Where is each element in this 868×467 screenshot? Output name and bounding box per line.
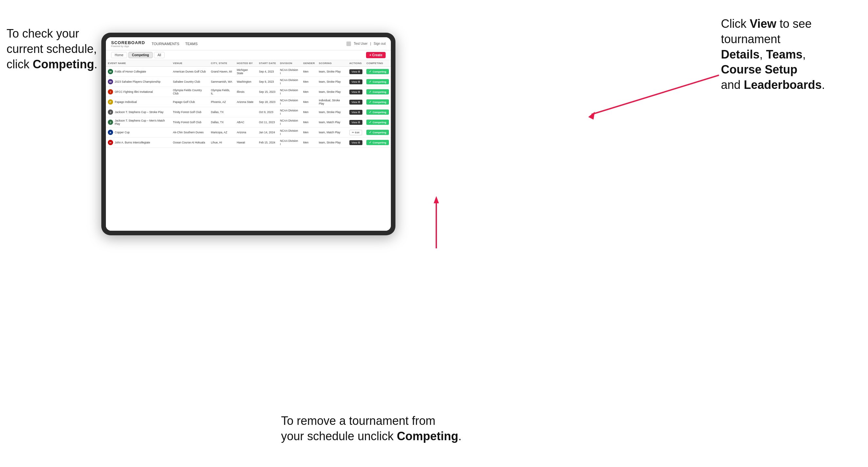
cell-division: NCAA Division I bbox=[278, 117, 301, 127]
cell-hosted: Illinois bbox=[235, 87, 257, 97]
cell-event-name: A Copper Cup bbox=[106, 127, 171, 137]
cell-action[interactable]: View ⚙ bbox=[347, 77, 364, 87]
cell-competing[interactable]: ✓ Competing bbox=[364, 67, 391, 77]
col-start: START DATE bbox=[257, 60, 278, 67]
team-logo: M bbox=[108, 69, 113, 74]
table-row: I OFCC Fighting Illini Invitational Olym… bbox=[106, 87, 391, 97]
cell-division: NCAA Division I bbox=[278, 67, 301, 77]
cell-hosted: Michigan State bbox=[235, 67, 257, 77]
competing-button[interactable]: ✓ Competing bbox=[366, 99, 389, 104]
cell-competing[interactable]: ✓ Competing bbox=[364, 77, 391, 87]
cell-venue: American Dunes Golf Club bbox=[171, 67, 209, 77]
cell-city: Lihue, HI bbox=[209, 137, 235, 148]
col-division: DIVISION bbox=[278, 60, 301, 67]
view-button[interactable]: View ⚙ bbox=[349, 69, 363, 74]
cell-gender: Men bbox=[301, 67, 317, 77]
competing-button[interactable]: ✓ Competing bbox=[366, 120, 389, 125]
tab-home[interactable]: Home bbox=[111, 52, 127, 58]
nav-links: TOURNAMENTS TEAMS bbox=[152, 42, 347, 46]
competing-button[interactable]: ✓ Competing bbox=[366, 140, 389, 145]
cell-competing[interactable]: ✓ Competing bbox=[364, 117, 391, 127]
team-logo: H bbox=[108, 140, 113, 145]
table-header-row: EVENT NAME VENUE CITY, STATE HOSTED BY S… bbox=[106, 60, 391, 67]
cell-venue: Ak-Chin Southern Dunes bbox=[171, 127, 209, 137]
annotation-bold-competing-tl: Competing bbox=[33, 58, 94, 71]
cell-venue: Papago Golf Club bbox=[171, 97, 209, 107]
navbar: SCOREBOARD Powered by clippi TOURNAMENTS… bbox=[106, 37, 391, 50]
cell-division: NCAA Division I bbox=[278, 127, 301, 137]
cell-division: NCAA Division I bbox=[278, 77, 301, 87]
cell-start-date: Oct 9, 2023 bbox=[257, 107, 278, 117]
cell-scoring: team, Match Play bbox=[317, 127, 347, 137]
view-button[interactable]: View ⚙ bbox=[349, 140, 363, 145]
cell-gender: Men bbox=[301, 87, 317, 97]
nav-tournaments[interactable]: TOURNAMENTS bbox=[152, 42, 179, 46]
table-row: J Jackson T. Stephens Cup – Men's Match … bbox=[106, 117, 391, 127]
tab-all[interactable]: All bbox=[154, 52, 165, 58]
cell-division: NCAA Division I bbox=[278, 107, 301, 117]
cell-event-name: M Folds of Honor Collegiate bbox=[106, 67, 171, 77]
competing-button[interactable]: ✓ Competing bbox=[366, 130, 389, 135]
table-container: EVENT NAME VENUE CITY, STATE HOSTED BY S… bbox=[106, 60, 391, 231]
competing-button[interactable]: ✓ Competing bbox=[366, 110, 389, 115]
cell-hosted: ABAC bbox=[235, 117, 257, 127]
team-logo: W bbox=[108, 79, 113, 84]
col-hosted: HOSTED BY bbox=[235, 60, 257, 67]
svg-marker-5 bbox=[434, 196, 439, 203]
cell-hosted bbox=[235, 107, 257, 117]
view-button[interactable]: View ⚙ bbox=[349, 120, 363, 125]
cell-event-name: P Papago Individual bbox=[106, 97, 171, 107]
cell-action[interactable]: View ⚙ bbox=[347, 107, 364, 117]
col-actions: ACTIONS bbox=[347, 60, 364, 67]
cell-competing[interactable]: ✓ Competing bbox=[364, 97, 391, 107]
nav-signout[interactable]: Sign out bbox=[374, 42, 385, 45]
annotation-bottom: To remove a tournament fromyour schedule… bbox=[281, 413, 536, 444]
table-row: A Copper Cup Ak-Chin Southern DunesMaric… bbox=[106, 127, 391, 137]
view-button[interactable]: View ⚙ bbox=[349, 90, 363, 94]
competing-button[interactable]: ✓ Competing bbox=[366, 69, 389, 74]
cell-scoring: team, Stroke Play bbox=[317, 137, 347, 148]
cell-division: NCAA Division I bbox=[278, 137, 301, 148]
cell-action[interactable]: View ⚙ bbox=[347, 87, 364, 97]
create-button[interactable]: + Create bbox=[366, 52, 385, 58]
cell-action[interactable]: View ⚙ bbox=[347, 117, 364, 127]
view-button[interactable]: View ⚙ bbox=[349, 110, 363, 115]
table-row: P Papago Individual Papago Golf ClubPhoe… bbox=[106, 97, 391, 107]
cell-venue: Olympia Fields Country Club bbox=[171, 87, 209, 97]
event-name-text: Jackson T. Stephens Cup – Men's Match Pl… bbox=[115, 119, 169, 125]
cell-action[interactable]: ✏ Edit bbox=[347, 127, 364, 137]
brand-sub: Powered by clippi bbox=[111, 45, 145, 48]
view-button[interactable]: View ⚙ bbox=[349, 100, 363, 104]
competing-button[interactable]: ✓ Competing bbox=[366, 79, 389, 84]
cell-gender: Men bbox=[301, 97, 317, 107]
cell-division: NCAA Division I bbox=[278, 97, 301, 107]
cell-scoring: individual, Stroke Play bbox=[317, 97, 347, 107]
annotation-top-left: To check yourcurrent schedule,click Comp… bbox=[6, 26, 118, 72]
col-scoring: SCORING bbox=[317, 60, 347, 67]
col-venue: VENUE bbox=[171, 60, 209, 67]
table-row: M Folds of Honor Collegiate American Dun… bbox=[106, 67, 391, 77]
cell-competing[interactable]: ✓ Competing bbox=[364, 137, 391, 148]
col-competing: COMPETING bbox=[364, 60, 391, 67]
cell-competing[interactable]: ✓ Competing bbox=[364, 107, 391, 117]
edit-button[interactable]: ✏ Edit bbox=[349, 130, 362, 135]
cell-start-date: Sep 9, 2023 bbox=[257, 77, 278, 87]
tab-competing[interactable]: Competing bbox=[128, 52, 153, 58]
cell-scoring: team, Stroke Play bbox=[317, 107, 347, 117]
cell-action[interactable]: View ⚙ bbox=[347, 137, 364, 148]
competing-button[interactable]: ✓ Competing bbox=[366, 89, 389, 94]
view-button[interactable]: View ⚙ bbox=[349, 80, 363, 84]
cell-city: Dallas, TX bbox=[209, 107, 235, 117]
svg-line-2 bbox=[591, 75, 719, 114]
cell-scoring: team, Stroke Play bbox=[317, 77, 347, 87]
cell-city: Grand Haven, MI bbox=[209, 67, 235, 77]
cell-competing[interactable]: ✓ Competing bbox=[364, 127, 391, 137]
cell-competing[interactable]: ✓ Competing bbox=[364, 87, 391, 97]
nav-teams[interactable]: TEAMS bbox=[185, 42, 198, 46]
table-body: M Folds of Honor Collegiate American Dun… bbox=[106, 67, 391, 148]
cell-action[interactable]: View ⚙ bbox=[347, 97, 364, 107]
subbar: Home Competing All + Create bbox=[106, 50, 391, 60]
cell-action[interactable]: View ⚙ bbox=[347, 67, 364, 77]
tablet-frame: SCOREBOARD Powered by clippi TOURNAMENTS… bbox=[101, 33, 396, 235]
event-name-text: Jackson T. Stephens Cup – Stroke Play bbox=[115, 111, 163, 114]
